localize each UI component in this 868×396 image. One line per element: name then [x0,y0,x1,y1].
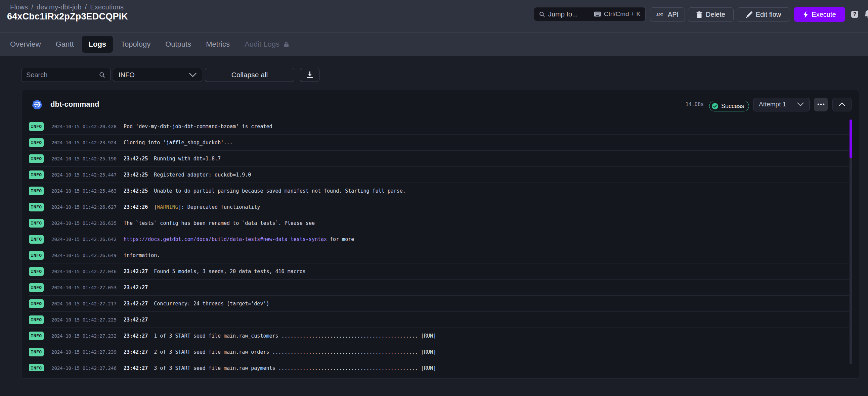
header-actions: Jump to... Ctrl/Cmd + K API API Delete E… [0,0,868,32]
log-message: 23:42:25 Running with dbt=1.8.7 [124,156,221,162]
chevron-down-icon [797,102,804,106]
log-row: INFO 2024-10-15 01:42:26.627 23:42:26 [W… [29,199,849,215]
log-timestamp: 2024-10-15 01:42:27.239 [52,349,116,355]
log-timestamp: 2024-10-15 01:42:26.627 [52,204,116,210]
log-level-badge: INFO [29,219,44,228]
trash-icon [696,11,703,18]
log-row: INFO 2024-10-15 01:42:23.924 Cloning int… [29,135,849,151]
log-scrollbar[interactable] [849,120,852,364]
log-link[interactable]: https://docs.getdbt.com/docs/build/data-… [124,236,327,242]
log-row: INFO 2024-10-15 01:42:26.635 The `tests`… [29,215,849,231]
task-header: dbt-command 14.08s Success Attempt 1 [22,90,859,119]
log-row: INFO 2024-10-15 01:42:27.053 23:42:27 [29,279,849,296]
log-level-badge: INFO [29,267,44,276]
collapse-all-button[interactable]: Collapse all [205,68,294,82]
tab-topology[interactable]: Topology [121,40,151,49]
kestra-app: Flows/dev.my-dbt-job/Executions 64xCbc1i… [0,0,868,396]
kubernetes-icon [32,99,42,110]
log-row: INFO 2024-10-15 01:42:27.246 23:42:27 3 … [29,360,849,371]
log-level-badge: INFO [29,235,44,244]
api-button[interactable]: API API [650,7,685,22]
log-timestamp: 2024-10-15 01:42:27.053 [52,285,116,290]
log-row: INFO 2024-10-15 01:42:27.232 23:42:27 1 … [29,328,849,344]
log-level-badge: INFO [29,187,44,195]
log-timestamp: 2024-10-15 01:42:25.190 [52,156,116,161]
log-level-badge: INFO [29,332,44,340]
log-level-badge: INFO [29,299,44,308]
tab-logs[interactable]: Logs [82,36,113,53]
attempt-select[interactable]: Attempt 1 [753,98,810,111]
log-message: 23:42:25 Registered adapter: duckdb=1.9.… [124,172,251,178]
log-timestamp: 2024-10-15 01:42:25.447 [52,172,116,177]
log-row: INFO 2024-10-15 01:42:26.642 https://doc… [29,231,849,248]
svg-text:API: API [656,13,663,17]
jump-to-placeholder: Jump to... [548,10,578,18]
edit-flow-button[interactable]: Edit flow [737,7,790,22]
collapse-task-button[interactable] [832,98,851,111]
status-badge: Success [709,101,749,111]
log-level-badge: INFO [29,138,44,147]
bell-icon[interactable] [864,10,868,20]
jump-to-shortcut: Ctrl/Cmd + K [594,10,641,18]
tab-overview[interactable]: Overview [10,40,41,49]
jump-to-search[interactable]: Jump to... Ctrl/Cmd + K [534,7,646,21]
log-message: 23:42:27 Found 5 models, 3 seeds, 20 dat… [124,268,306,274]
log-row: INFO 2024-10-15 01:42:20.428 Pod 'dev-my… [29,119,849,135]
pencil-icon [746,11,752,18]
log-timestamp: 2024-10-15 01:42:23.924 [52,140,116,145]
log-message: https://docs.getdbt.com/docs/build/data-… [124,236,354,242]
log-message: The `tests` config has been renamed to `… [124,220,315,226]
download-button[interactable] [300,68,319,82]
log-row: INFO 2024-10-15 01:42:26.649 information… [29,248,849,263]
log-level-badge: INFO [29,251,44,260]
log-row: INFO 2024-10-15 01:42:27.225 23:42:27 [29,312,849,328]
tab-gantt[interactable]: Gantt [56,40,74,49]
task-header-controls: 14.08s Success Attempt 1 [686,98,851,111]
chevron-up-icon [839,102,845,106]
tab-outputs[interactable]: Outputs [165,40,191,49]
log-timestamp: 2024-10-15 01:42:27.232 [52,333,116,339]
task-log-card: dbt-command 14.08s Success Attempt 1 [21,90,859,378]
log-message: 23:42:27 1 of 3 START seed file main.raw… [124,333,436,339]
log-list: INFO 2024-10-15 01:42:20.428 Pod 'dev-my… [22,119,859,371]
tab-metrics[interactable]: Metrics [206,40,230,49]
log-level-badge: INFO [29,348,44,356]
log-timestamp: 2024-10-15 01:42:20.428 [52,124,116,129]
task-name: dbt-command [51,100,99,109]
log-message: 23:42:27 [124,285,148,291]
log-message: Pod 'dev-my-dbt-job-dbt-command-bzoam' i… [124,124,272,130]
lock-icon [283,41,289,47]
scrollbar-thumb[interactable] [849,120,852,158]
log-message: 23:42:26 [WARNING]: Deprecated functiona… [124,204,260,210]
task-menu-button[interactable] [814,98,828,111]
log-message: 23:42:25 Unable to do partial parsing be… [124,188,406,194]
log-message: 23:42:27 2 of 3 START seed file main.raw… [124,349,436,355]
chevron-down-icon [189,73,196,77]
search-icon [539,11,545,18]
log-row: INFO 2024-10-15 01:42:27.046 23:42:27 Fo… [29,263,849,279]
log-timestamp: 2024-10-15 01:42:26.649 [52,253,116,258]
search-icon [99,71,105,78]
execute-button[interactable]: Execute [794,7,845,22]
download-icon [307,71,313,78]
log-timestamp: 2024-10-15 01:42:27.246 [52,365,116,371]
log-level-badge: INFO [29,170,44,179]
delete-button[interactable]: Delete [688,7,734,22]
log-timestamp: 2024-10-15 01:42:25.463 [52,188,116,194]
keyboard-icon [594,11,601,17]
log-timestamp: 2024-10-15 01:42:26.635 [52,221,116,226]
log-message: 23:42:27 [124,317,148,323]
check-circle-icon [712,103,718,109]
log-message: Cloning into 'jaffle_shop_duckdb'... [124,140,233,146]
log-level-badge: INFO [29,364,44,371]
log-timestamp: 2024-10-15 01:42:27.225 [52,317,116,323]
log-message: information. [124,252,160,258]
help-button[interactable]: ? [851,11,858,18]
log-level-badge: INFO [29,316,44,324]
log-row: INFO 2024-10-15 01:42:25.190 23:42:25 Ru… [29,151,849,167]
api-icon: API [656,12,664,18]
search-input[interactable] [26,71,99,79]
log-level-badge: INFO [29,122,44,131]
log-level-select[interactable]: INFO [113,68,202,82]
ellipsis-icon [817,103,825,105]
